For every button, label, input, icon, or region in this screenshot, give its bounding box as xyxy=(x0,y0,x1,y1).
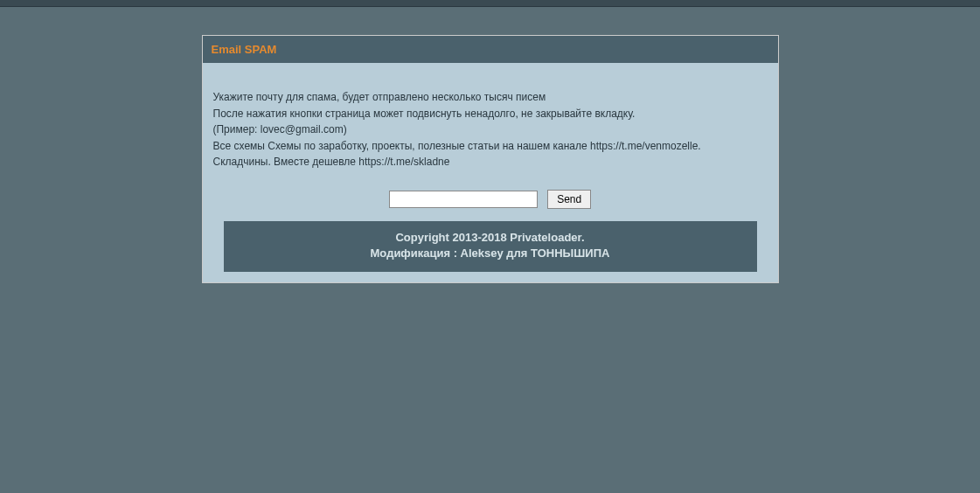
footer-block: Copyright 2013-2018 Privateloader. Модиф… xyxy=(224,221,757,272)
footer-line-1: Copyright 2013-2018 Privateloader. xyxy=(231,230,750,246)
instruction-line-2: После нажатия кнопки страница может подв… xyxy=(213,106,768,122)
form-row: Send xyxy=(213,190,768,209)
panel-header: Email SPAM xyxy=(203,36,778,63)
panel-body: Укажите почту для спама, будет отправлен… xyxy=(203,63,778,272)
panel-title: Email SPAM xyxy=(212,43,277,56)
page-wrap: Email SPAM Укажите почту для спама, буде… xyxy=(0,7,980,283)
send-button[interactable]: Send xyxy=(547,190,591,209)
main-panel: Email SPAM Укажите почту для спама, буде… xyxy=(202,35,779,283)
footer-line-2: Модификация : Aleksey для ТОННЫШИПА xyxy=(231,246,750,261)
email-input[interactable] xyxy=(389,191,538,208)
instruction-line-3: (Пример: lovec@gmail.com) xyxy=(213,122,768,138)
instruction-line-4: Все схемы Схемы по заработку, проекты, п… xyxy=(213,138,768,155)
top-bar xyxy=(0,0,980,7)
instruction-line-5: Складчины. Вместе дешевле https://t.me/s… xyxy=(213,154,768,170)
instruction-line-1: Укажите почту для спама, будет отправлен… xyxy=(213,89,768,106)
